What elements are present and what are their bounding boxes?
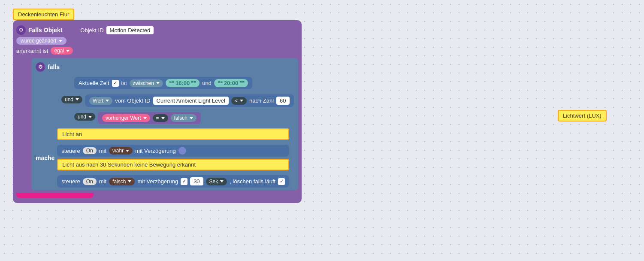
steuere2-block: steuere On mit falsch mit Verzögerung bbox=[57, 175, 289, 188]
zwischen-pill[interactable]: zwischen bbox=[130, 79, 163, 87]
anerkannt-row: anerkannt ist egal bbox=[16, 47, 298, 55]
falls-inner-section: ⚙ falls Aktuelle Zeit ✓ ist zwischen bbox=[31, 58, 298, 190]
wert-row-block: Wert vom Objekt ID Current Ambient Light… bbox=[85, 94, 294, 107]
sek-arrow bbox=[220, 180, 224, 182]
falls-objekt-label: Falls Objekt bbox=[28, 27, 62, 33]
falsch-pill-2[interactable]: falsch bbox=[109, 178, 135, 185]
main-block-area: Deckenleuchten Flur ⚙ Falls Objekt Objek… bbox=[13, 9, 302, 203]
delay-value-box: 30 bbox=[190, 177, 203, 185]
condition-row-3-wrapper: und vorheriger Wert = bbox=[74, 109, 294, 124]
time2-block: ❝❝ 20:00 ❞❞ bbox=[214, 79, 248, 87]
delay-toggle-1[interactable] bbox=[178, 147, 186, 155]
loschen-label: , löschen falls läuft bbox=[230, 178, 275, 185]
lichtwert-comment-label: Lichtwert (LUX) bbox=[558, 110, 607, 121]
dropdown-arrow bbox=[59, 40, 62, 42]
mache-label: mache bbox=[36, 155, 54, 161]
aktuelle-zeit-label: Aktuelle Zeit bbox=[79, 80, 109, 86]
dropdown-arrow-egal bbox=[66, 50, 70, 52]
comment1-label: Licht an bbox=[57, 128, 289, 140]
title-label: Deckenleuchten Flur bbox=[13, 9, 74, 20]
und-label-1: und bbox=[202, 80, 212, 86]
falsch-arrow-2 bbox=[128, 180, 131, 182]
vorheriger-arrow bbox=[143, 117, 147, 119]
anerkannt-label: anerkannt ist bbox=[16, 48, 48, 54]
time1-block: ❝❝ 16:00 ❞❞ bbox=[166, 79, 200, 87]
aktuelle-zeit-checkbox[interactable]: ✓ bbox=[112, 80, 119, 87]
falls-header-row: ⚙ falls bbox=[36, 62, 294, 72]
steuere1-block: steuere On mit wahr mit Verzögerung bbox=[57, 145, 289, 157]
objekt-id-label: Objekt ID bbox=[80, 27, 103, 33]
main-purple-block: ⚙ Falls Objekt Objekt ID Motion Detected… bbox=[13, 20, 302, 203]
wurde-geandert-pill[interactable]: wurde geändert bbox=[16, 37, 67, 45]
condition-row-2-wrapper: und Wert vom Objekt ID Current bbox=[61, 92, 294, 107]
sek-pill[interactable]: Sek bbox=[206, 178, 227, 185]
egal-pill[interactable]: egal bbox=[51, 47, 73, 55]
steuere2-label: steuere bbox=[61, 178, 80, 185]
pink-bottom-tab bbox=[16, 193, 298, 198]
und-pill-2[interactable]: und bbox=[61, 96, 82, 103]
on-badge-1: On bbox=[83, 147, 97, 154]
zwischen-arrow bbox=[156, 82, 160, 84]
mit-verzogerung1-label: mit Verzögerung bbox=[135, 148, 176, 154]
action-blocks-column: Licht an steuere On mit wahr bbox=[57, 128, 289, 188]
mit1-label: mit bbox=[99, 148, 106, 154]
wahr-pill[interactable]: wahr bbox=[109, 147, 133, 155]
pink-bottom-bar bbox=[16, 193, 94, 198]
wurde-geandert-row: wurde geändert bbox=[16, 37, 298, 45]
nach-zahl-label: nach Zahl bbox=[249, 97, 274, 104]
falsch-pill[interactable]: falsch bbox=[171, 114, 197, 122]
vorheriger-wert-block: vorheriger Wert = falsch bbox=[98, 112, 201, 124]
motion-detected-value: Motion Detected bbox=[106, 26, 154, 34]
condition-row-3: und vorheriger Wert = bbox=[74, 109, 294, 124]
header-row: ⚙ Falls Objekt Objekt ID Motion Detected bbox=[16, 25, 298, 35]
verzogerung-check[interactable]: ✓ bbox=[181, 178, 187, 185]
mit-verzogerung2-label: mit Verzögerung bbox=[137, 178, 178, 185]
condition-row-1-wrapper: Aktuelle Zeit ✓ ist zwischen ❝❝ 16:00 ❞❞ bbox=[74, 74, 294, 89]
lux-value-box: 60 bbox=[276, 97, 289, 105]
lichtwert-label: Lichtwert (LUX) bbox=[558, 110, 607, 121]
eq-pill[interactable]: = bbox=[153, 114, 168, 122]
purple-outer-block: ⚙ Falls Objekt Objekt ID Motion Detected… bbox=[13, 20, 302, 203]
comment2-label: Licht aus nach 30 Sekunden keine Bewegun… bbox=[57, 159, 289, 170]
falls-block: ⚙ falls Aktuelle Zeit ✓ ist zwischen bbox=[31, 58, 298, 190]
falls-label: falls bbox=[48, 64, 60, 70]
condition-row-2: und Wert vom Objekt ID Current bbox=[61, 92, 294, 107]
lt-arrow bbox=[240, 100, 243, 102]
lt-pill[interactable]: < bbox=[231, 97, 247, 105]
und-arrow-3 bbox=[88, 116, 92, 118]
gear-icon[interactable]: ⚙ bbox=[16, 25, 26, 35]
mache-row: mache Licht an steuere On mit bbox=[36, 128, 294, 188]
wert-pill[interactable]: Wert bbox=[89, 97, 112, 105]
mit2-label: mit bbox=[99, 178, 106, 185]
falls-gear-icon[interactable]: ⚙ bbox=[36, 62, 45, 72]
falsch-arrow bbox=[190, 117, 193, 119]
und-pill-3[interactable]: und bbox=[74, 113, 95, 121]
ist-label: ist bbox=[121, 80, 127, 86]
steuere1-label: steuere bbox=[61, 148, 80, 154]
und-arrow-2 bbox=[76, 98, 79, 100]
wahr-arrow bbox=[126, 150, 129, 152]
vom-objekt-id-label: vom Objekt ID bbox=[115, 97, 150, 104]
condition-row-1: Aktuelle Zeit ✓ ist zwischen ❝❝ 16:00 ❞❞ bbox=[74, 77, 252, 89]
current-ambient-value: Current Ambient Light Level bbox=[153, 97, 229, 105]
on-badge-2: On bbox=[83, 178, 97, 185]
eq-arrow bbox=[161, 117, 165, 119]
wert-arrow bbox=[106, 100, 109, 102]
vorheriger-wert-pill[interactable]: vorheriger Wert bbox=[102, 114, 150, 122]
loschen-check[interactable]: ✓ bbox=[278, 178, 285, 185]
